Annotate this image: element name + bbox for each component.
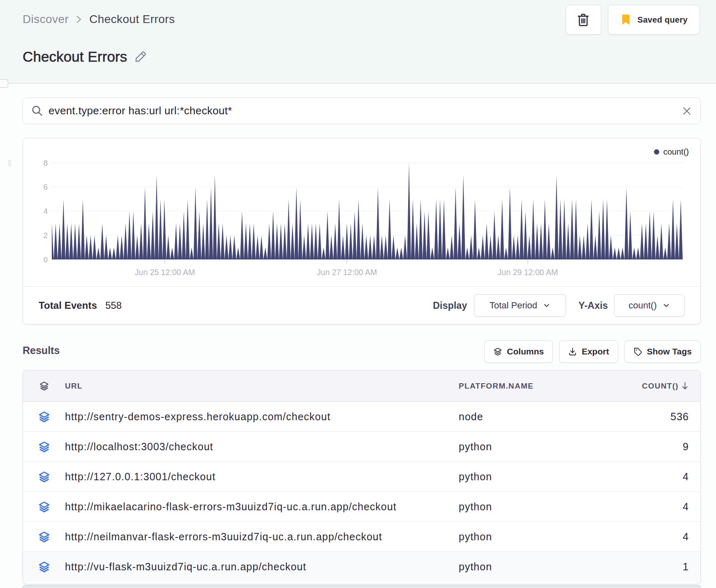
stack-icon: [23, 381, 65, 391]
columns-button[interactable]: Columns: [484, 340, 553, 363]
stack-icon[interactable]: [23, 471, 65, 483]
sort-desc-icon: [681, 382, 689, 390]
page-header: Discover Checkout Errors Checkout Errors…: [0, 0, 716, 83]
layers-icon: [493, 347, 502, 356]
saved-query-button[interactable]: Saved query: [608, 5, 700, 35]
export-button-label: Export: [582, 347, 609, 357]
row-url[interactable]: http://localhost:3003/checkout: [65, 441, 459, 453]
saved-query-label: Saved query: [637, 15, 688, 25]
total-events-value: 558: [105, 300, 122, 311]
breadcrumb-chevron-icon: [75, 14, 83, 25]
search-input[interactable]: [49, 104, 676, 117]
row-count[interactable]: 4: [640, 501, 700, 513]
svg-text:8: 8: [43, 159, 48, 167]
page-title: Checkout Errors: [23, 49, 127, 65]
table-row: http://neilmanvar-flask-errors-m3uuizd7i…: [23, 522, 700, 552]
tag-icon: [633, 347, 642, 356]
yaxis-label: Y-Axis: [578, 300, 608, 311]
download-icon: [568, 347, 577, 356]
svg-text:0: 0: [43, 255, 48, 264]
stack-icon[interactable]: [23, 531, 65, 543]
svg-text:4: 4: [43, 207, 48, 215]
row-platform[interactable]: python: [459, 561, 640, 573]
row-url[interactable]: http://mikaelacarino-flask-errors-m3uuiz…: [65, 501, 459, 513]
table-row: http://mikaelacarino-flask-errors-m3uuiz…: [23, 492, 700, 522]
stack-icon[interactable]: [23, 411, 65, 423]
row-url[interactable]: http://vu-flask-m3uuizd7iq-uc.a.run.app/…: [65, 561, 459, 573]
breadcrumb: Discover Checkout Errors: [23, 13, 175, 26]
bookmark-icon: [620, 14, 631, 26]
legend-label: count(): [663, 147, 689, 157]
show-tags-button-label: Show Tags: [647, 347, 692, 357]
svg-text:Jun 29 12:00 AM: Jun 29 12:00 AM: [498, 268, 558, 277]
stack-icon[interactable]: [23, 501, 65, 513]
table-header-row: URL PLATFORM.NAME COUNT(): [23, 370, 700, 402]
svg-text:Jun 27 12:00 AM: Jun 27 12:00 AM: [317, 268, 377, 277]
yaxis-dropdown-value: count(): [628, 300, 656, 311]
show-tags-button[interactable]: Show Tags: [624, 340, 701, 363]
display-dropdown[interactable]: Total Period: [474, 294, 566, 317]
results-heading: Results: [23, 345, 60, 357]
delete-query-button[interactable]: [566, 5, 601, 35]
column-header-count[interactable]: COUNT(): [640, 382, 700, 391]
stack-icon[interactable]: [23, 441, 65, 453]
column-header-platform[interactable]: PLATFORM.NAME: [459, 382, 640, 391]
row-count[interactable]: 4: [640, 471, 700, 483]
breadcrumb-current: Checkout Errors: [89, 13, 175, 26]
results-table: URL PLATFORM.NAME COUNT() http://sentry-…: [23, 370, 701, 584]
columns-button-label: Columns: [507, 347, 544, 357]
svg-text:Jun 25 12:00 AM: Jun 25 12:00 AM: [135, 268, 195, 277]
row-platform[interactable]: node: [459, 411, 640, 423]
row-count[interactable]: 4: [640, 531, 700, 543]
row-url[interactable]: http://neilmanvar-flask-errors-m3uuizd7i…: [65, 531, 459, 543]
row-url[interactable]: http://sentry-demos-express.herokuapp.co…: [65, 411, 459, 423]
trash-icon: [577, 12, 590, 27]
row-count[interactable]: 1: [640, 561, 700, 573]
search-icon: [31, 105, 43, 117]
chart-panel: 02468Jun 25 12:00 AMJun 27 12:00 AMJun 2…: [23, 138, 701, 324]
total-events-label: Total Events: [39, 300, 97, 311]
row-count[interactable]: 9: [640, 441, 700, 453]
row-count[interactable]: 536: [640, 411, 700, 423]
table-row: http://127.0.0.1:3001/checkoutpython4: [23, 462, 700, 492]
svg-text:6: 6: [43, 183, 48, 191]
pencil-icon: [134, 51, 147, 63]
row-platform[interactable]: python: [459, 441, 640, 453]
discover-query-page: Discover Checkout Errors Checkout Errors…: [0, 0, 716, 588]
table-row: http://sentry-demos-express.herokuapp.co…: [23, 402, 700, 432]
side-nub: [8, 160, 11, 167]
row-url[interactable]: http://127.0.0.1:3001/checkout: [65, 471, 459, 483]
chevron-down-icon: [543, 301, 551, 310]
stack-icon[interactable]: [23, 561, 65, 573]
yaxis-dropdown[interactable]: count(): [614, 294, 685, 317]
table-body: http://sentry-demos-express.herokuapp.co…: [23, 402, 700, 582]
search-bar[interactable]: [23, 97, 701, 124]
table-row: http://vu-flask-m3uuizd7iq-uc.a.run.app/…: [23, 552, 700, 582]
row-platform[interactable]: python: [459, 531, 640, 543]
events-chart: 02468Jun 25 12:00 AMJun 27 12:00 AMJun 2…: [23, 138, 701, 286]
breadcrumb-discover-link[interactable]: Discover: [23, 13, 69, 26]
chart-footer: Total Events 558 Display Total Period Y-…: [23, 286, 700, 324]
column-header-url[interactable]: URL: [65, 382, 459, 391]
row-platform[interactable]: python: [459, 471, 640, 483]
row-platform[interactable]: python: [459, 501, 640, 513]
export-button[interactable]: Export: [559, 340, 618, 363]
display-dropdown-value: Total Period: [490, 300, 537, 311]
sidebar-collapse-handle[interactable]: [0, 79, 8, 88]
clear-search-icon[interactable]: [681, 106, 692, 116]
edit-title-button[interactable]: [134, 51, 147, 63]
chart-legend[interactable]: count(): [654, 147, 689, 157]
display-label: Display: [433, 300, 467, 311]
svg-text:2: 2: [43, 231, 48, 240]
pagination-strip: [23, 585, 701, 588]
table-row: http://localhost:3003/checkoutpython9: [23, 432, 700, 462]
chevron-down-icon: [662, 301, 670, 310]
legend-dot: [654, 149, 659, 155]
